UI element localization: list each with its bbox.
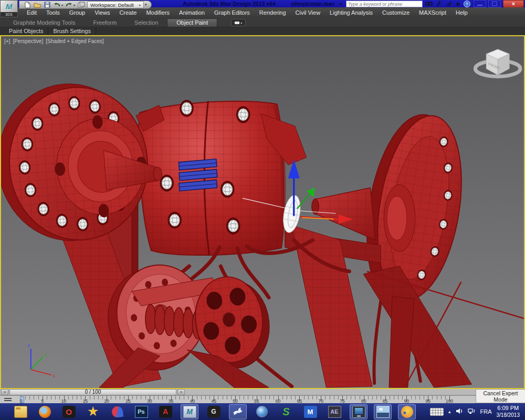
viewport-maximize-menu[interactable]: [+]: [4, 38, 10, 44]
ribbon-subtab-paint-objects[interactable]: Paint Objects: [4, 27, 48, 35]
taskbar-icon-opera[interactable]: O: [60, 404, 78, 419]
axis-z-label: z: [28, 343, 30, 348]
taskbar-icon-maxthon[interactable]: M: [301, 404, 319, 419]
redo-icon[interactable]: [65, 2, 73, 8]
subscription-wrench-icon[interactable]: [435, 1, 443, 7]
toolbar-options-icon[interactable]: ▼: [144, 3, 148, 6]
ribbon-tab-freeform[interactable]: Freeform: [84, 18, 125, 27]
ribbon-tab-graphite-modeling-tools[interactable]: Graphite Modeling Tools: [4, 18, 84, 27]
taskbar-icon-star[interactable]: ★: [84, 404, 102, 419]
quick-access-toolbar: ▾ ▾ Workspace: Default ▾ ▼: [19, 1, 152, 9]
menu-item-customize[interactable]: Customize: [377, 7, 414, 18]
model-blue-slats[interactable]: [177, 159, 218, 191]
time-slider: < 0 / 100 >: [0, 389, 525, 395]
max-logo-icon: M: [1, 1, 17, 12]
project-folder-icon[interactable]: [77, 2, 85, 8]
taskbar-icon-chat[interactable]: [108, 404, 126, 419]
favorites-icon[interactable]: ★: [455, 1, 461, 7]
maximize-button[interactable]: [488, 0, 501, 7]
mini-curve-editor-icon[interactable]: [1, 396, 15, 403]
save-file-icon[interactable]: [43, 2, 51, 8]
infocenter-search: ► ★ ? ▾: [339, 1, 475, 7]
window-title: Autodesk 3ds Max Design 2013 x64 olimpic…: [183, 0, 334, 7]
taskbar-icon-firefox[interactable]: [36, 404, 54, 419]
keyboard-layout-icon[interactable]: [430, 408, 444, 416]
axis-y-label: y: [45, 352, 47, 357]
workspace-label: Workspace: Default: [90, 2, 134, 8]
taskbar-icon-bird[interactable]: [229, 404, 247, 419]
file-name: olimpicman.max: [291, 1, 334, 7]
ribbon-subtab-bar: Paint ObjectsBrush Settings: [0, 27, 525, 35]
menu-item-graph-editors[interactable]: Graph Editors: [209, 7, 255, 18]
taskbar-icon-3dsmax[interactable]: M: [181, 404, 198, 419]
clock[interactable]: 6:09 PM 3/18/2013: [497, 405, 522, 418]
taskbar-icon-photoshop[interactable]: Ps: [132, 404, 150, 419]
viewport-view-menu[interactable]: [Perspective]: [13, 38, 43, 44]
taskbar-icon-photo-viewer[interactable]: [374, 404, 392, 419]
menu-item-maxscript[interactable]: MAXScript: [414, 7, 451, 18]
taskbar-icon-jing[interactable]: G: [205, 404, 223, 419]
app-title: Autodesk 3ds Max Design 2013 x64: [183, 1, 276, 7]
search-input[interactable]: [346, 1, 423, 7]
taskbar-icon-paint[interactable]: [398, 404, 416, 419]
tray-expand-icon[interactable]: ▴: [448, 409, 451, 414]
ribbon-minimize-icon[interactable]: ▾: [231, 19, 246, 26]
volume-icon[interactable]: [456, 407, 463, 416]
viewport-canvas[interactable]: FRONT z y x: [1, 36, 524, 388]
window-buttons: ×: [474, 0, 524, 8]
menu-item-views[interactable]: Views: [90, 7, 114, 18]
previous-frame-button[interactable]: <: [1, 389, 8, 395]
ribbon-tab-selection[interactable]: Selection: [125, 18, 167, 27]
max-logo-badge: 3DS: [1, 12, 17, 17]
menu-item-lighting-analysis[interactable]: Lighting Analysis: [325, 7, 377, 18]
taskbar-icon-swish[interactable]: S: [277, 404, 295, 419]
close-button[interactable]: ×: [503, 0, 524, 8]
language-indicator[interactable]: FRA: [480, 408, 492, 415]
cancel-expert-mode-button[interactable]: Cancel Expert Mode: [476, 389, 525, 403]
minimize-button[interactable]: [474, 0, 486, 7]
viewport[interactable]: FRONT z y x [+] [Perspective] [Shaded + …: [0, 35, 525, 389]
workspace-dropdown[interactable]: Workspace: Default ▾: [87, 1, 144, 8]
clock-date: 3/18/2013: [497, 412, 520, 418]
desktop-screen: Autodesk 3ds Max Design 2013 x64 olimpic…: [0, 0, 525, 420]
menu-item-edit[interactable]: Edit: [22, 7, 41, 18]
taskbar-icon-after-effects[interactable]: AE: [326, 404, 343, 419]
workspace-caret-icon: ▾: [139, 3, 141, 7]
taskbar-icon-globe[interactable]: [253, 404, 271, 419]
search-history-icon[interactable]: ►: [339, 1, 343, 7]
menu-bar: EditToolsGroupViewsCreateModifiersAnimat…: [0, 7, 525, 18]
menu-item-modifiers[interactable]: Modifiers: [141, 7, 174, 18]
track-bar[interactable]: 0510152025303540455055606570758085909510…: [0, 395, 525, 403]
menu-item-rendering[interactable]: Rendering: [255, 7, 291, 18]
taskbar-icon-monitor[interactable]: [350, 404, 368, 419]
help-icon[interactable]: ?: [464, 1, 470, 7]
menu-item-help[interactable]: Help: [451, 7, 472, 18]
menu-item-civil-view[interactable]: Civil View: [291, 7, 325, 18]
application-menu-button[interactable]: M 3DS: [0, 0, 18, 17]
redo-dropdown-icon[interactable]: ▾: [74, 3, 75, 7]
menu-item-animation[interactable]: Animation: [174, 7, 209, 18]
network-icon[interactable]: [468, 407, 476, 416]
menu-item-tools[interactable]: Tools: [41, 7, 65, 18]
taskbar-icon-aimp[interactable]: A: [156, 404, 174, 419]
viewport-shading-menu[interactable]: [Shaded + Edged Faces]: [46, 38, 103, 44]
search-icon[interactable]: [425, 1, 433, 7]
open-file-icon[interactable]: [33, 2, 41, 8]
clock-time: 6:09 PM: [497, 405, 519, 412]
ribbon-subtab-brush-settings[interactable]: Brush Settings: [48, 27, 96, 35]
ribbon-tab-object-paint[interactable]: Object Paint: [167, 18, 217, 27]
taskbar: O★PsAMGSMAE ▴ FRA 6:09 PM 3/18/2013: [0, 403, 525, 420]
new-scene-icon[interactable]: [23, 2, 31, 8]
undo-dropdown-icon[interactable]: ▾: [61, 3, 63, 7]
axis-x-label: x: [53, 373, 56, 379]
system-tray: ▴ FRA 6:09 PM 3/18/2013: [430, 405, 525, 418]
next-frame-button[interactable]: >: [177, 389, 185, 395]
viewport-label: [+] [Perspective] [Shaded + Edged Faces]: [4, 38, 104, 44]
menu-item-group[interactable]: Group: [65, 7, 90, 18]
taskbar-icon-explorer[interactable]: [12, 404, 29, 419]
undo-icon[interactable]: [53, 2, 61, 8]
ribbon-tab-bar: Graphite Modeling ToolsFreeformSelection…: [0, 18, 525, 27]
time-slider-handle[interactable]: 0 / 100: [9, 389, 176, 395]
communication-center-icon[interactable]: [445, 1, 453, 7]
menu-item-create[interactable]: Create: [114, 7, 141, 18]
